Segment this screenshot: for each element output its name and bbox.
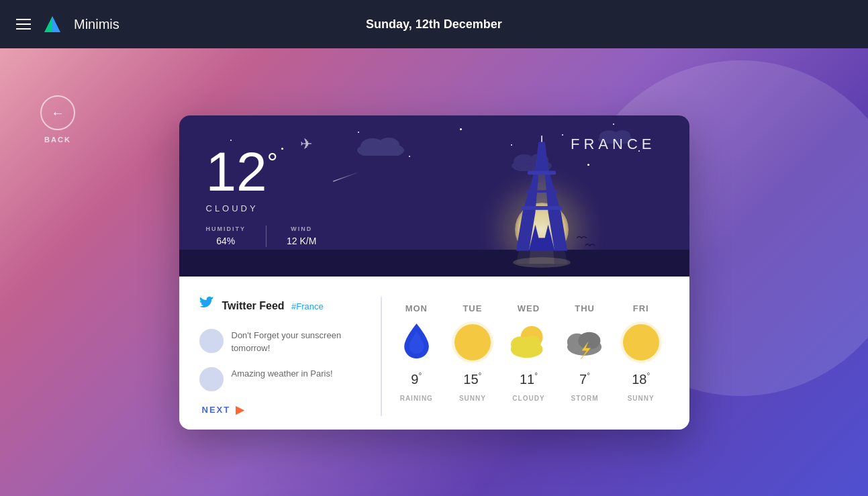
forecast-fri: FRI 18° SUNNY bbox=[620, 303, 662, 403]
svg-point-26 bbox=[578, 332, 600, 350]
condition-label: CLOUDY bbox=[206, 203, 663, 213]
twitter-title: Twitter Feed bbox=[222, 300, 285, 311]
forecast-mon-temp: 9° bbox=[411, 371, 422, 387]
back-circle-icon: ← bbox=[40, 95, 75, 130]
forecast-tue-icon bbox=[452, 321, 493, 363]
twitter-hashtag: #France bbox=[291, 301, 324, 311]
back-label: BACK bbox=[44, 136, 71, 144]
forecast-wed: WED 11° CLOUDY bbox=[508, 303, 549, 403]
temp-unit: ° bbox=[267, 148, 278, 177]
weather-stats: HUMIDITY 64% WIND 12 K/M bbox=[206, 226, 663, 247]
date-display: Sunday, 12th December bbox=[366, 17, 502, 32]
wind-stat: WIND 12 K/M bbox=[266, 226, 316, 247]
svg-point-19 bbox=[513, 257, 571, 267]
forecast-thu-condition: STORM bbox=[571, 395, 599, 402]
date-full: 12th December bbox=[416, 17, 502, 31]
wind-value: 12 K/M bbox=[287, 236, 316, 246]
forecast-wed-condition: CLOUDY bbox=[512, 395, 544, 402]
svg-point-23 bbox=[523, 336, 542, 350]
twitter-icon bbox=[199, 297, 214, 315]
forecast-mon-condition: RAINING bbox=[400, 395, 433, 402]
forecast-wed-temp: 11° bbox=[520, 371, 538, 387]
forecast-fri-day: FRI bbox=[633, 303, 649, 313]
tweet-avatar-2 bbox=[199, 367, 224, 391]
forecast-thu-icon bbox=[564, 321, 606, 363]
app-name: Minimis bbox=[74, 17, 119, 32]
humidity-label: HUMIDITY bbox=[206, 226, 246, 232]
topbar: Minimis Sunday, 12th December bbox=[0, 0, 868, 48]
tweet-2: Amazing weather in Paris! bbox=[199, 367, 354, 391]
forecast-tue-condition: SUNNY bbox=[459, 395, 486, 402]
forecast-mon-day: MON bbox=[405, 303, 428, 313]
sunny-icon bbox=[454, 324, 491, 360]
forecast-fri-temp: 18° bbox=[632, 371, 650, 387]
next-button[interactable]: NEXT ▶ bbox=[199, 403, 354, 416]
twitter-feed: Twitter Feed #France Don't Forget your s… bbox=[199, 297, 374, 416]
tweet-text-2: Amazing weather in Paris! bbox=[232, 367, 333, 381]
weather-card: ✈ bbox=[179, 115, 689, 430]
forecast-thu: THU 7° STORM bbox=[564, 303, 606, 403]
temperature-display: 12° bbox=[206, 144, 663, 199]
tweet-avatar-1 bbox=[199, 329, 224, 353]
svg-marker-0 bbox=[44, 16, 52, 32]
wind-label: WIND bbox=[287, 226, 316, 232]
twitter-header: Twitter Feed #France bbox=[199, 297, 354, 315]
svg-marker-1 bbox=[52, 16, 60, 32]
forecast-mon: MON 9° RAINING bbox=[395, 303, 437, 403]
forecast-fri-icon bbox=[620, 321, 662, 363]
next-label: NEXT bbox=[202, 405, 231, 415]
menu-button[interactable] bbox=[16, 19, 31, 30]
tweet-text-1: Don't Forget your sunscreen tomorrow! bbox=[232, 329, 354, 355]
forecast-thu-temp: 7° bbox=[579, 371, 590, 387]
date-day: Sunday, bbox=[366, 17, 412, 31]
forecast-tue-day: TUE bbox=[463, 303, 482, 313]
forecast-thu-day: THU bbox=[575, 303, 595, 313]
tweet-1: Don't Forget your sunscreen tomorrow! bbox=[199, 329, 354, 355]
app-logo bbox=[42, 13, 63, 35]
temp-value: 12 bbox=[206, 141, 267, 202]
weather-hero: ✈ bbox=[179, 115, 689, 277]
forecast-wed-icon bbox=[508, 321, 549, 363]
forecast-fri-condition: SUNNY bbox=[628, 395, 655, 402]
forecast-section: MON 9° RAINING TUE bbox=[389, 297, 669, 416]
next-arrow-icon: ▶ bbox=[236, 403, 245, 416]
forecast-mon-icon bbox=[395, 321, 437, 363]
forecast-tue-temp: 15° bbox=[463, 371, 481, 387]
back-button[interactable]: ← BACK bbox=[40, 95, 75, 144]
card-bottom: Twitter Feed #France Don't Forget your s… bbox=[179, 277, 689, 430]
forecast-wed-day: WED bbox=[518, 303, 540, 313]
humidity-value: 64% bbox=[216, 236, 235, 246]
feed-divider bbox=[381, 297, 382, 416]
sunny-icon-2 bbox=[623, 324, 659, 360]
forecast-tue: TUE 15° SUNNY bbox=[452, 303, 493, 403]
humidity-stat: HUMIDITY 64% bbox=[206, 226, 267, 247]
